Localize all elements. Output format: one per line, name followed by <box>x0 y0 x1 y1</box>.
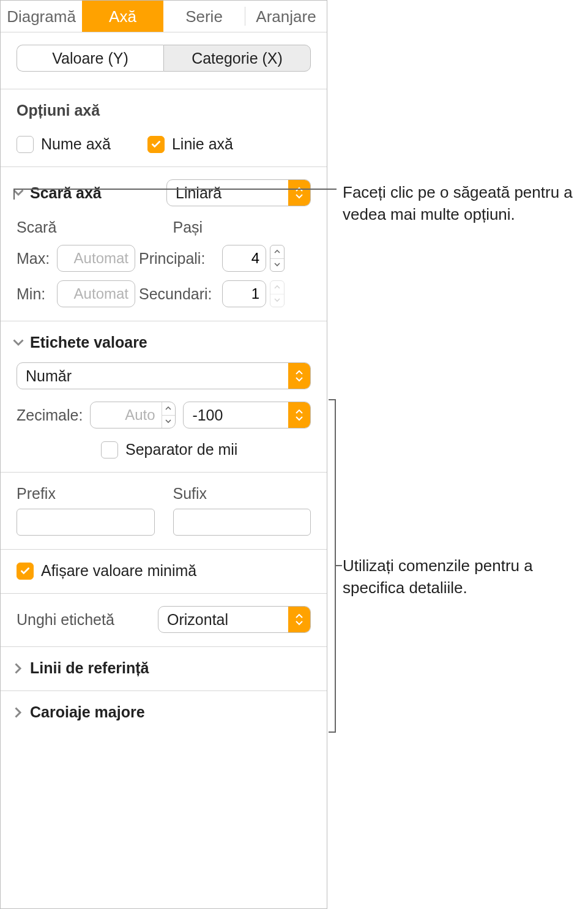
steps-sublabel: Pași <box>173 219 311 236</box>
scale-type-value: Liniară <box>167 180 288 206</box>
section-label-angle: Unghi etichetă Orizontal <box>1 594 327 647</box>
major-label: Principali: <box>139 250 218 267</box>
scale-sublabel: Scară <box>17 219 155 236</box>
min-input[interactable] <box>58 281 135 307</box>
chevron-right-icon <box>13 707 24 718</box>
minor-stepper[interactable] <box>270 280 285 307</box>
select-handle-icon <box>288 402 310 428</box>
value-labels-title: Etichete valoare <box>30 334 147 351</box>
stepper-up-icon[interactable] <box>162 402 176 416</box>
min-field[interactable] <box>57 280 135 307</box>
select-negative-format[interactable]: -100 <box>183 402 311 428</box>
callout-text-2: Utilizați comenzile pentru a specifica d… <box>343 555 587 599</box>
thousands-separator-label: Separator de mii <box>125 441 237 458</box>
decimals-label: Zecimale: <box>17 406 83 424</box>
number-format-value: Număr <box>17 363 288 389</box>
label-angle-value: Orizontal <box>158 607 288 632</box>
callout-1-tick <box>13 189 15 200</box>
decimals-input[interactable] <box>91 402 161 428</box>
disclosure-value-labels[interactable]: Etichete valoare <box>13 334 311 351</box>
top-nav: Diagramă Axă Serie Aranjare <box>1 1 327 32</box>
stepper-up-icon[interactable] <box>270 281 284 294</box>
minor-input[interactable] <box>223 281 266 307</box>
decimals-field[interactable] <box>90 402 176 428</box>
max-input[interactable] <box>58 245 135 271</box>
stepper-up-icon[interactable] <box>270 245 284 259</box>
checkbox-axis-name[interactable] <box>17 136 34 153</box>
select-scale-type[interactable]: Liniară <box>166 179 311 206</box>
tab-series[interactable]: Serie <box>163 1 245 32</box>
suffix-input[interactable] <box>173 509 311 536</box>
min-label: Min: <box>17 285 53 303</box>
callout-2-bracket-top <box>329 399 335 400</box>
major-input[interactable] <box>223 245 266 271</box>
suffix-label: Sufix <box>173 485 311 503</box>
section-reference-lines: Linii de referință <box>1 647 327 691</box>
stepper-down-icon[interactable] <box>270 294 284 307</box>
major-stepper[interactable] <box>270 245 285 272</box>
section-axis-options: Opțiuni axă Nume axă Linie axă <box>1 89 327 167</box>
section-value-labels: Etichete valoare Număr Zecimale: -100 <box>1 321 327 473</box>
select-number-format[interactable]: Număr <box>17 362 311 389</box>
subtab-category-x[interactable]: Categorie (X) <box>163 45 311 72</box>
max-field[interactable] <box>57 245 135 272</box>
decimals-stepper[interactable] <box>162 402 176 428</box>
callout-2-bracket-bottom <box>329 731 335 733</box>
select-label-angle[interactable]: Orizontal <box>158 606 311 633</box>
axis-options-title: Opțiuni axă <box>17 102 311 119</box>
prefix-input[interactable] <box>17 509 155 536</box>
max-label: Max: <box>17 250 53 267</box>
checkbox-show-min-value[interactable] <box>17 563 34 580</box>
format-panel: Diagramă Axă Serie Aranjare Valoare (Y) … <box>0 0 327 909</box>
disclosure-major-gridlines[interactable]: Caroiaje majore <box>13 703 311 721</box>
axis-scale-title: Scară axă <box>30 184 102 202</box>
tab-chart[interactable]: Diagramă <box>1 1 82 32</box>
minor-label: Secundari: <box>139 285 218 303</box>
negative-format-value: -100 <box>184 402 288 428</box>
stepper-down-icon[interactable] <box>270 259 284 272</box>
section-major-gridlines: Caroiaje majore <box>1 691 327 735</box>
callout-1-line <box>13 189 337 190</box>
select-handle-icon <box>288 607 310 632</box>
stepper-down-icon[interactable] <box>162 416 176 428</box>
checkbox-thousands-separator[interactable] <box>101 441 118 458</box>
tab-arrange[interactable]: Aranjare <box>245 1 327 32</box>
callout-2-bracket-mid <box>336 565 342 566</box>
section-show-min: Afișare valoare minimă <box>1 550 327 594</box>
axis-line-label: Linie axă <box>172 135 233 153</box>
disclosure-reference-lines[interactable]: Linii de referință <box>13 659 311 677</box>
label-angle-label: Unghi etichetă <box>17 611 146 629</box>
major-gridlines-title: Caroiaje majore <box>30 703 145 721</box>
select-handle-icon <box>288 180 310 206</box>
checkbox-axis-line[interactable] <box>147 136 165 153</box>
tab-axis[interactable]: Axă <box>82 1 163 32</box>
chevron-down-icon <box>13 337 24 348</box>
show-min-label: Afișare valoare minimă <box>41 562 196 580</box>
axis-name-label: Nume axă <box>41 135 111 153</box>
major-field[interactable] <box>222 245 266 272</box>
axis-subtabs: Valoare (Y) Categorie (X) <box>17 45 311 72</box>
callout-text-1: Faceți clic pe o săgeată pentru a vedea … <box>343 181 581 226</box>
section-axis-scale: Scară axă Liniară Scară Pași Max: Princi… <box>1 167 327 321</box>
prefix-label: Prefix <box>17 485 155 503</box>
reference-lines-title: Linii de referință <box>30 659 149 677</box>
chevron-right-icon <box>13 663 24 674</box>
section-prefix-suffix: Prefix Sufix <box>1 473 327 550</box>
disclosure-axis-scale[interactable]: Scară axă <box>13 184 102 202</box>
subtab-value-y[interactable]: Valoare (Y) <box>17 45 163 72</box>
minor-field[interactable] <box>222 280 266 307</box>
select-handle-icon <box>288 363 310 389</box>
